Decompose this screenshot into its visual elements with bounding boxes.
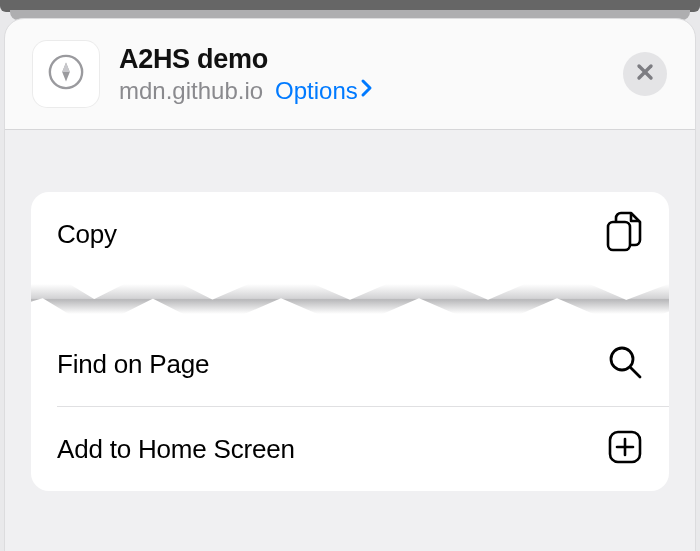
menu-item-copy[interactable]: Copy — [31, 192, 669, 276]
svg-rect-5 — [608, 222, 630, 250]
page-host: mdn.github.io — [119, 77, 263, 105]
site-icon-box — [33, 41, 99, 107]
close-button[interactable] — [623, 52, 667, 96]
svg-line-7 — [631, 368, 640, 377]
close-icon — [635, 62, 655, 86]
menu-item-label: Find on Page — [57, 349, 209, 380]
add-icon — [607, 429, 643, 469]
share-header: A2HS demo mdn.github.io Options — [5, 41, 695, 129]
options-label: Options — [275, 77, 358, 105]
svg-marker-2 — [62, 63, 70, 73]
menu-item-label: Copy — [57, 219, 117, 250]
compass-icon — [47, 53, 85, 95]
copy-icon — [605, 211, 643, 257]
menu-item-label: Add to Home Screen — [57, 434, 295, 465]
share-title-block: A2HS demo mdn.github.io Options — [119, 44, 603, 105]
content-collapsed-indicator — [31, 276, 669, 322]
search-icon — [607, 344, 643, 384]
menu-item-find-on-page[interactable]: Find on Page — [31, 322, 669, 406]
share-sheet: A2HS demo mdn.github.io Options — [4, 18, 696, 551]
menu-item-add-to-home-screen[interactable]: Add to Home Screen — [31, 407, 669, 491]
actions-menu: Copy — [31, 192, 669, 491]
svg-point-6 — [611, 348, 633, 370]
share-actions-area: Copy — [5, 130, 695, 551]
options-link[interactable]: Options — [275, 77, 374, 105]
chevron-right-icon — [360, 77, 374, 105]
page-title: A2HS demo — [119, 44, 603, 75]
